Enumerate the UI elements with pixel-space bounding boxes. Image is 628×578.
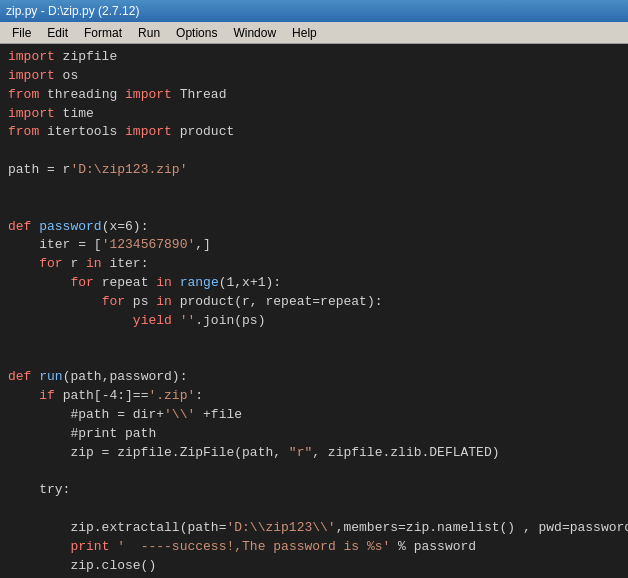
menu-help[interactable]: Help — [284, 24, 325, 42]
menu-window[interactable]: Window — [225, 24, 284, 42]
menu-options[interactable]: Options — [168, 24, 225, 42]
menu-format[interactable]: Format — [76, 24, 130, 42]
title-bar: zip.py - D:\zip.py (2.7.12) — [0, 0, 628, 22]
menu-file[interactable]: File — [4, 24, 39, 42]
title-text: zip.py - D:\zip.py (2.7.12) — [6, 4, 139, 18]
code-editor[interactable]: import zipfile import os from threading … — [0, 44, 628, 578]
menu-edit[interactable]: Edit — [39, 24, 76, 42]
menu-run[interactable]: Run — [130, 24, 168, 42]
menu-bar: File Edit Format Run Options Window Help — [0, 22, 628, 44]
